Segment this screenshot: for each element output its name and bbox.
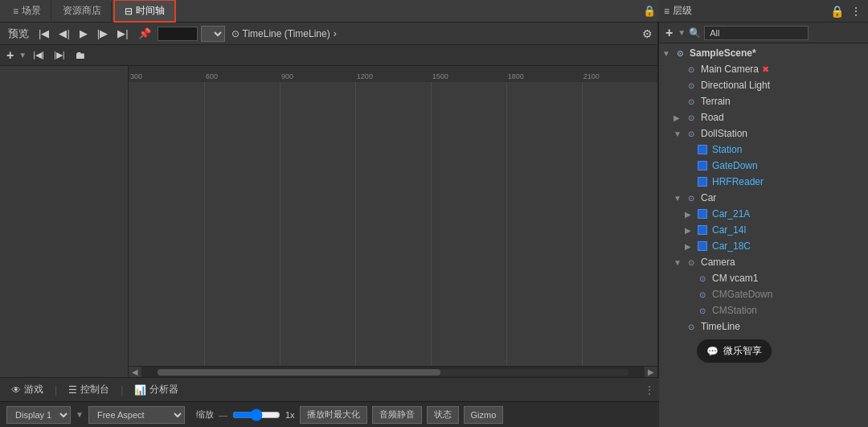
car21a-arrow: ▶ (685, 210, 696, 219)
tab-scene-label: 场景 (22, 4, 41, 18)
bottom-bar-menu[interactable]: ⋮ (645, 384, 654, 396)
add-hierarchy-button[interactable]: + (664, 26, 674, 40)
road-icon: ⊙ (685, 111, 698, 124)
game-icon: 👁 (11, 384, 21, 396)
preview-button[interactable]: 预览 (5, 27, 32, 40)
display-dropdown[interactable]: Display 1 (6, 406, 71, 424)
tree-item-gatedown[interactable]: GateDown (682, 158, 868, 174)
tree-item-cmstation[interactable]: ⊙ CMStation (682, 302, 868, 318)
cmgatedown-icon: ⊙ (696, 288, 709, 301)
sep-1: | (53, 384, 59, 396)
watermark-text: 微乐智享 (723, 344, 762, 358)
tree-item-dollstation[interactable]: ▼ ⊙ DollStation (670, 125, 868, 142)
pin-track-button[interactable]: 🖿 (72, 48, 88, 62)
tab-timeline-label: 时间轴 (136, 4, 165, 18)
scroll-left-arrow[interactable]: ◀ (129, 367, 141, 378)
timeline-ruler: 300 600 900 1200 1500 1800 2100 (129, 66, 657, 82)
ruler-mark-900: 900 (280, 72, 355, 80)
tab-scene[interactable]: ≡ 场景 (3, 1, 51, 21)
road-label: Road (701, 112, 724, 123)
tree-item-car18c[interactable]: ▶ Car_18C (682, 238, 868, 254)
hierarchy-lock-button[interactable]: 🔒 (829, 5, 845, 18)
tree-item-camera-group[interactable]: ▼ ⊙ Camera (670, 254, 868, 270)
tree-item-scene[interactable]: ▼ ⊙ SampleScene* (659, 45, 868, 61)
go-end-button[interactable]: ▶| (114, 27, 131, 40)
collapse-button[interactable]: |◀| (30, 49, 47, 61)
bottom-tab-bar: 👁 游戏 | ☰ 控制台 | 📊 分析器 ⋮ (0, 377, 659, 401)
tree-item-terrain[interactable]: ⊙ Terrain (670, 93, 868, 109)
hierarchy-actions: 🔒 ⋮ (829, 5, 863, 18)
zoom-slider[interactable] (232, 409, 280, 421)
grid-line-4 (431, 82, 432, 366)
bottom-bar-spacer: ⋮ (645, 384, 654, 396)
hierarchy-more-button[interactable]: ⋮ (849, 5, 863, 18)
gizmos-button[interactable]: Gizmo (464, 406, 504, 424)
watermark: 💬 微乐智享 (697, 339, 772, 363)
lock-icon[interactable]: 🔒 (643, 5, 656, 17)
step-back-button[interactable]: ◀| (55, 27, 72, 40)
scrollbar-track[interactable] (158, 369, 628, 376)
tree-item-main-camera[interactable]: ⊙ Main Camera ✖ (670, 61, 868, 77)
timeline-tree-icon: ⊙ (685, 320, 698, 333)
scene-label: SampleScene* (690, 47, 756, 59)
car-arrow: ▼ (674, 194, 685, 203)
timeline-scrollbar[interactable]: ◀ ▶ (129, 366, 657, 377)
ruler-mark-1500: 1500 (431, 72, 506, 80)
frame-dropdown[interactable] (201, 26, 225, 42)
play-button[interactable]: ▶ (76, 27, 91, 40)
step-forward-button[interactable]: |▶ (94, 27, 111, 40)
scroll-right-arrow[interactable]: ▶ (645, 367, 657, 378)
tree-item-hrfreader[interactable]: HRFReader (682, 174, 868, 190)
timeline-settings-button[interactable]: ⚙ (642, 27, 653, 40)
center-right: ≡ 场景 资源商店 ⊟ 时间轴 🔒 (0, 0, 659, 427)
chevron-down-icon: ▼ (678, 28, 686, 37)
tree-item-car[interactable]: ▼ ⊙ Car (670, 190, 868, 206)
road-arrow: ▶ (674, 113, 685, 122)
scene-arrow: ▼ (662, 49, 674, 58)
tab-asset-store-label: 资源商店 (63, 4, 101, 18)
tree-item-directional-light[interactable]: ⊙ Directional Light (670, 77, 868, 93)
tree-item-cmvcam1[interactable]: ⊙ CM vcam1 (682, 270, 868, 286)
tab-profiler[interactable]: 📊 分析器 (128, 381, 185, 398)
tree-item-car21a[interactable]: ▶ Car_21A (682, 206, 868, 222)
expand-button[interactable]: |▶| (51, 49, 68, 61)
mute-button[interactable]: 音频静音 (372, 406, 422, 424)
time-input[interactable]: 0 (158, 27, 198, 41)
hierarchy-title-label: 层级 (673, 4, 692, 18)
car-icon: ⊙ (685, 191, 698, 204)
tree-item-car14i[interactable]: ▶ Car_14I (682, 222, 868, 238)
tree-item-cmgatedown[interactable]: ⊙ CMGateDown (682, 286, 868, 302)
ruler-mark-1800: 1800 (506, 72, 582, 80)
car21a-icon (696, 207, 709, 220)
tab-game-label: 游戏 (24, 383, 43, 396)
aspect-dropdown[interactable]: Free Aspect (88, 406, 185, 424)
add-track-button[interactable]: + (5, 48, 15, 63)
tab-game[interactable]: 👁 游戏 (5, 381, 50, 398)
search-icon: 🔍 (689, 27, 701, 39)
scrollbar-thumb[interactable] (158, 369, 440, 376)
bottom-combined: 👁 游戏 | ☰ 控制台 | 📊 分析器 ⋮ (0, 377, 659, 427)
scene-icon: ⊙ (674, 47, 686, 60)
tab-timeline[interactable]: ⊟ 时间轴 (113, 0, 176, 23)
ruler-marks-container: 300 600 900 1200 1500 1800 2100 (129, 66, 657, 82)
grid-line-3 (355, 82, 356, 366)
tree-item-road[interactable]: ▶ ⊙ Road (670, 109, 868, 125)
tab-console[interactable]: ☰ 控制台 (62, 381, 116, 398)
search-input[interactable] (704, 26, 809, 40)
go-start-button[interactable]: |◀ (35, 27, 52, 40)
tab-asset-store[interactable]: 资源商店 (53, 1, 112, 21)
cmgatedown-label: CMGateDown (712, 289, 772, 300)
pin-button[interactable]: 📌 (135, 27, 154, 40)
camera-group-label: Camera (701, 257, 735, 268)
station-icon (696, 143, 709, 156)
timeline-tab-icon: ⊟ (125, 6, 133, 17)
hierarchy-title: 层级 (673, 4, 692, 18)
main-camera-icon: ⊙ (685, 63, 698, 76)
zoom-value: 1x (285, 410, 295, 420)
ruler-mark-1200: 1200 (355, 72, 431, 80)
tree-item-station[interactable]: Station (682, 142, 868, 158)
stats-button[interactable]: 状态 (427, 406, 459, 424)
hierarchy-header: ≡ 层级 🔒 ⋮ (659, 0, 868, 23)
tree-item-timeline[interactable]: ⊙ TimeLine (670, 318, 868, 335)
maximize-button[interactable]: 播放时最大化 (300, 406, 367, 424)
